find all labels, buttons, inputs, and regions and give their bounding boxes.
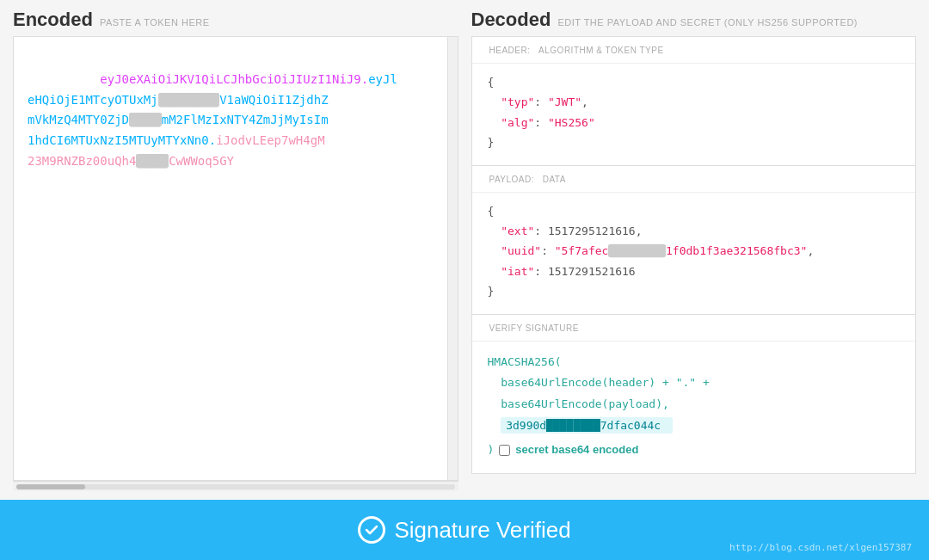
token-part2-start: eyJl [368, 72, 397, 86]
token-line3: mVkMzQ4MTY0ZjD████mM2FlMzIxNTY4ZmJjMyIsI… [28, 113, 329, 126]
encoded-header: Encoded PASTE A TOKEN HERE [13, 9, 458, 31]
verify-section: VERIFY SIGNATURE HMACSHA256( base64UrlEn… [471, 315, 917, 474]
payload-uuid: "uuid": "5f7afec████████1f0db1f3ae321568… [488, 241, 901, 261]
secret-base64-label: secret base64 encoded [515, 440, 638, 461]
header-content[interactable]: { "typ": "JWT", "alg": "HS256" } [472, 64, 916, 165]
encoded-panel: Encoded PASTE A TOKEN HERE eyJ0eXAiOiJKV… [13, 9, 458, 491]
signature-verified-text: Signature Verified [394, 517, 570, 544]
verify-label: VERIFY SIGNATURE [472, 315, 916, 342]
vertical-scrollbar[interactable] [447, 37, 458, 480]
payload-ext: "ext": 1517295121616, [488, 221, 901, 241]
uuid-redacted: ████████ [608, 244, 666, 257]
token-line2: eHQiOjE1MTcyOTUxMj████████V1aWQiOiI1Zjdh… [28, 93, 329, 107]
payload-brace-close: } [488, 281, 901, 301]
secret-label-row: ) secret base64 encoded [488, 440, 901, 461]
token-redacted-3: ████ [136, 154, 169, 168]
header-section: HEADER: ALGORITHM & TOKEN TYPE { "typ": … [471, 36, 917, 166]
verify-payload-line: base64UrlEncode(payload), [488, 394, 901, 415]
encoded-token[interactable]: eyJ0eXAiOiJKV1QiLCJhbGciOiJIUzI1NiJ9.eyJ… [28, 49, 440, 193]
header-alg: "alg": "HS256" [488, 113, 901, 132]
encoded-subtitle: PASTE A TOKEN HERE [100, 17, 210, 28]
token-line4: 1hdCI6MTUxNzI5MTUyMTYxNn0. [28, 133, 216, 147]
signature-verified: Signature Verified [358, 516, 570, 544]
header-brace-open: { [488, 72, 901, 92]
token-part3-start: iJodvLEep7wH4gM [216, 133, 324, 147]
payload-iat: "iat": 1517291521616 [488, 262, 901, 281]
token-line5: 23M9RNZBz00uQh4████CwWWoq5GY [28, 154, 234, 168]
decoded-panel: Decoded EDIT THE PAYLOAD AND SECRET (ONL… [471, 9, 917, 491]
header-brace-close: } [488, 132, 901, 152]
token-redacted-2: ████ [129, 113, 162, 126]
verify-close-paren: ) [488, 440, 495, 461]
decoded-title: Decoded [471, 9, 551, 31]
token-part1: eyJ0eXAiOiJKV1QiLCJhbGciOiJIUzI1NiJ9. [100, 72, 368, 86]
verify-header-line: base64UrlEncode(header) + "." + [488, 372, 901, 394]
footer-bar: Signature Verified http://blog.csdn.net/… [0, 500, 929, 560]
token-redacted-1: ████████ [158, 93, 219, 107]
decoded-subtitle: EDIT THE PAYLOAD AND SECRET (ONLY HS256 … [557, 17, 858, 28]
decoded-header: Decoded EDIT THE PAYLOAD AND SECRET (ONL… [471, 9, 917, 31]
payload-section-label: PAYLOAD: DATA [472, 166, 916, 193]
payload-content[interactable]: { "ext": 1517295121616, "uuid": "5f7afec… [472, 193, 916, 314]
footer-url: http://blog.csdn.net/xlgen157387 [729, 542, 912, 553]
check-circle-icon [358, 516, 385, 544]
header-typ: "typ": "JWT", [488, 92, 901, 112]
secret-base64-checkbox[interactable] [499, 445, 510, 456]
header-section-label: HEADER: ALGORITHM & TOKEN TYPE [472, 37, 916, 64]
horizontal-scrollbar[interactable] [13, 481, 458, 491]
secret-input[interactable] [501, 417, 673, 434]
verify-secret-line[interactable] [488, 415, 901, 437]
payload-section: PAYLOAD: DATA { "ext": 1517295121616, "u… [471, 166, 917, 315]
verify-content: HMACSHA256( base64UrlEncode(header) + ".… [472, 342, 916, 473]
verify-func-line: HMACSHA256( [488, 352, 901, 373]
payload-brace-open: { [488, 201, 901, 221]
encoded-title: Encoded [13, 9, 93, 31]
